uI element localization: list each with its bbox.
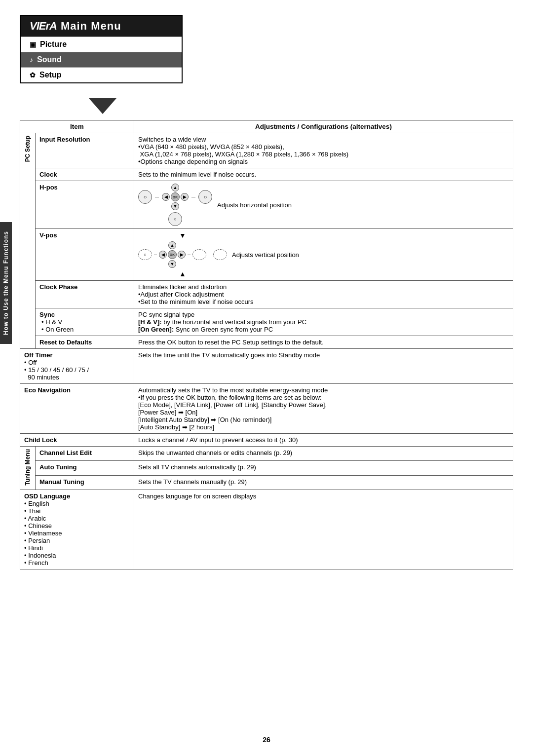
- menu-item-sound[interactable]: ♪ Sound: [21, 52, 182, 67]
- menu-label-sound: Sound: [37, 55, 62, 64]
- sync-label: Sync • H & V • On Green: [36, 308, 134, 336]
- main-table: Item Adjustments / Configurations (alter…: [20, 120, 513, 569]
- main-menu-heading: Main Menu: [61, 20, 121, 33]
- table-row: OSD Language • English • Thai • Arabic •…: [20, 490, 513, 569]
- table-col1-header: Item: [20, 120, 134, 133]
- hpos-label: H-pos: [36, 181, 134, 229]
- auto-tuning-label: Auto Tuning: [36, 461, 134, 475]
- tuning-menu-label: Tuning Menu: [24, 449, 31, 486]
- osd-language-label: OSD Language • English • Thai • Arabic •…: [20, 490, 134, 569]
- table-row: Sync • H & V • On Green PC sync signal t…: [20, 308, 513, 336]
- reset-defaults-label: Reset to Defaults: [36, 336, 134, 349]
- table-col2-header: Adjustments / Configurations (alternativ…: [134, 120, 513, 133]
- hpos-adj: ○ ▲ ▼ ◀ ▶ OK ○: [134, 181, 513, 229]
- table-row: Reset to Defaults Press the OK button to…: [20, 336, 513, 349]
- hpos-adj-text: Adjusts horizontal position: [217, 201, 292, 209]
- sync-adj: PC sync signal type [H & V]: by the hori…: [134, 308, 513, 336]
- vpos-label: V-pos: [36, 229, 134, 281]
- clock-label: Clock: [36, 168, 134, 181]
- menu-item-setup[interactable]: ✿ Setup: [21, 67, 182, 82]
- vpos-adj-text: Adjusts vertical position: [232, 251, 299, 259]
- table-row: Eco Navigation Automatically sets the TV…: [20, 384, 513, 434]
- main-menu-title: VIErA Main Menu: [21, 16, 182, 37]
- table-row: Tuning Menu Channel List Edit Skips the …: [20, 447, 513, 461]
- auto-tuning-adj: Sets all TV channels automatically (p. 2…: [134, 461, 513, 475]
- tuning-menu-label-cell: Tuning Menu: [20, 447, 36, 490]
- setup-icon: ✿: [30, 71, 36, 79]
- clock-phase-adj: Eliminates flicker and distortion •Adjus…: [134, 281, 513, 308]
- table-row: Clock Phase Eliminates flicker and disto…: [20, 281, 513, 308]
- sound-icon: ♪: [30, 56, 33, 64]
- left-margin-label: How to Use the Menu Functions: [0, 222, 12, 344]
- eco-nav-adj: Automatically sets the TV to the most su…: [134, 384, 513, 434]
- table-row: Off Timer • Off• 15 / 30 / 45 / 60 / 75 …: [20, 349, 513, 384]
- menu-item-picture[interactable]: ▣ Picture: [21, 37, 182, 52]
- table-row: Clock Sets to the minimum level if noise…: [20, 168, 513, 181]
- input-resolution-adj: Switches to a wide view •VGA (640 × 480 …: [134, 133, 513, 168]
- manual-tuning-label: Manual Tuning: [36, 475, 134, 490]
- off-timer-adj: Sets the time until the TV automatically…: [134, 349, 513, 384]
- arrow-down-icon: [89, 98, 116, 114]
- table-row: Auto Tuning Sets all TV channels automat…: [20, 461, 513, 475]
- osd-language-adj: Changes language for on screen displays: [134, 490, 513, 569]
- clock-phase-label: Clock Phase: [36, 281, 134, 308]
- main-menu-box: VIErA Main Menu ▣ Picture ♪ Sound ✿ Setu…: [20, 15, 183, 83]
- table-row: PC Setup Input Resolution Switches to a …: [20, 133, 513, 168]
- pc-setup-label: PC Setup: [24, 136, 31, 162]
- vpos-adj: ▼ ○ ▲ ▼ ◀ ▶ OK: [134, 229, 513, 281]
- channel-list-edit-adj: Skips the unwanted channels or edits cha…: [134, 447, 513, 461]
- picture-icon: ▣: [30, 40, 36, 48]
- menu-label-setup: Setup: [39, 71, 61, 79]
- eco-nav-label: Eco Navigation: [20, 384, 134, 434]
- viera-logo: VIErA: [30, 20, 57, 33]
- table-row: H-pos ○ ▲ ▼ ◀ ▶ OK: [20, 181, 513, 229]
- child-lock-label: Child Lock: [20, 434, 134, 447]
- menu-label-picture: Picture: [40, 40, 67, 49]
- page-number: 26: [263, 736, 270, 744]
- clock-adj: Sets to the minimum level if noise occur…: [134, 168, 513, 181]
- table-row: Manual Tuning Sets the TV channels manua…: [20, 475, 513, 490]
- pc-setup-label-cell: PC Setup: [20, 133, 36, 349]
- child-lock-adj: Locks a channel / AV input to prevent ac…: [134, 434, 513, 447]
- input-resolution-label: Input Resolution: [36, 133, 134, 168]
- channel-list-edit-label: Channel List Edit: [36, 447, 134, 461]
- reset-defaults-adj: Press the OK button to reset the PC Setu…: [134, 336, 513, 349]
- manual-tuning-adj: Sets the TV channels manually (p. 29): [134, 475, 513, 490]
- off-timer-label: Off Timer • Off• 15 / 30 / 45 / 60 / 75 …: [20, 349, 134, 384]
- table-row: Child Lock Locks a channel / AV input to…: [20, 434, 513, 447]
- table-row: V-pos ▼ ○: [20, 229, 513, 281]
